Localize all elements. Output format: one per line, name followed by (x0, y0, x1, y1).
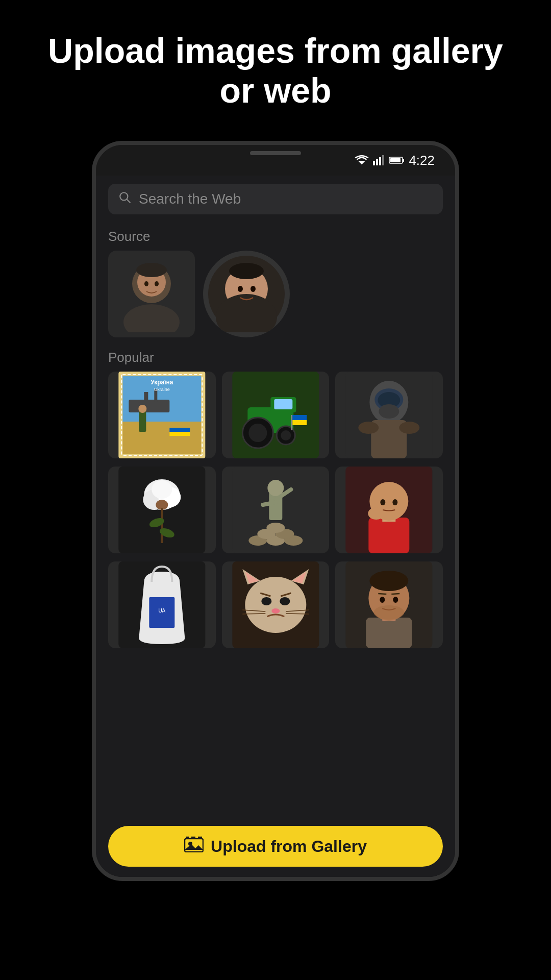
svg-rect-6 (403, 159, 404, 162)
svg-point-53 (359, 422, 379, 434)
svg-marker-0 (358, 161, 365, 165)
svg-text:UA: UA (158, 608, 165, 614)
svg-point-15 (136, 263, 167, 277)
source-item-2[interactable] (203, 251, 290, 337)
popular-item-bag[interactable]: UA (108, 561, 216, 648)
upload-button-label: Upload from Gallery (211, 837, 367, 856)
upload-from-gallery-button[interactable]: Upload from Gallery (108, 826, 443, 867)
svg-rect-3 (379, 157, 381, 165)
svg-line-97 (242, 614, 265, 614)
svg-line-99 (286, 614, 309, 614)
svg-line-74 (263, 502, 276, 505)
cat-image (222, 561, 330, 648)
svg-rect-29 (139, 411, 146, 432)
popular-grid-row3: UA (108, 561, 443, 648)
svg-point-13 (144, 281, 148, 286)
svg-point-21 (229, 263, 264, 279)
source-image-1 (113, 256, 190, 332)
app-content: Search the Web Source (96, 176, 455, 877)
svg-rect-43 (291, 415, 292, 430)
popular-grid-row2 (108, 467, 443, 553)
popular-item-man[interactable] (335, 561, 443, 648)
svg-rect-4 (382, 155, 384, 165)
popular-item-cotton[interactable] (108, 467, 216, 553)
svg-rect-44 (292, 415, 307, 420)
page-headline: Upload images from gallery or web (0, 31, 551, 110)
svg-rect-110 (185, 839, 203, 852)
svg-marker-115 (198, 837, 202, 839)
svg-rect-76 (369, 518, 410, 553)
stamp-image: Україна Ukraine (108, 372, 216, 458)
svg-rect-33 (169, 428, 190, 432)
popular-grid-row1: Україна Ukraine (108, 372, 443, 458)
status-icons: 4:22 (355, 153, 435, 168)
svg-marker-113 (186, 837, 189, 839)
svg-point-19 (238, 286, 243, 292)
svg-rect-45 (292, 420, 307, 425)
phone-frame: 4:22 Search the Web (92, 141, 459, 881)
search-bar-container: Search the Web (96, 176, 455, 220)
svg-rect-7 (390, 158, 400, 162)
svg-point-106 (393, 597, 398, 603)
svg-point-42 (281, 430, 291, 440)
search-bar[interactable]: Search the Web (108, 184, 443, 214)
svg-rect-28 (122, 422, 201, 454)
source-grid (108, 251, 443, 337)
signal-icon (373, 155, 385, 166)
svg-point-86 (245, 577, 306, 633)
battery-icon (389, 156, 405, 165)
source-section-label: Source (108, 229, 443, 244)
svg-rect-26 (144, 392, 148, 402)
popular-item-pilot[interactable] (335, 372, 443, 458)
svg-text:Ukraine: Ukraine (154, 387, 170, 392)
svg-rect-2 (376, 159, 378, 165)
wifi-icon (355, 155, 369, 166)
scroll-content: Source (96, 220, 455, 877)
man-image (335, 561, 443, 648)
svg-point-11 (123, 304, 180, 332)
svg-point-54 (399, 422, 420, 434)
svg-point-59 (152, 480, 172, 499)
svg-rect-101 (366, 618, 412, 648)
svg-point-109 (374, 605, 405, 620)
popular-section-label: Popular (108, 350, 443, 365)
svg-rect-34 (169, 432, 190, 436)
status-time: 4:22 (409, 153, 435, 168)
svg-point-105 (380, 597, 385, 603)
upload-button-container: Upload from Gallery (96, 818, 455, 877)
popular-item-cat[interactable] (222, 561, 330, 648)
svg-text:Україна: Україна (151, 379, 173, 386)
bald-man-image (335, 467, 443, 553)
cotton-image (108, 467, 216, 553)
svg-point-79 (381, 499, 386, 505)
popular-item-statue[interactable] (222, 467, 330, 553)
gallery-icon (184, 836, 204, 856)
svg-line-9 (127, 200, 130, 203)
source-item-1[interactable] (108, 251, 195, 337)
svg-marker-114 (191, 837, 195, 839)
statue-image (222, 467, 330, 553)
svg-marker-112 (185, 844, 203, 850)
search-icon (118, 191, 132, 208)
status-bar: 4:22 (96, 145, 455, 176)
svg-rect-38 (274, 399, 292, 409)
svg-point-92 (280, 597, 290, 605)
search-placeholder-text: Search the Web (139, 191, 241, 207)
tractor-image (222, 372, 330, 458)
svg-rect-1 (373, 161, 375, 165)
svg-rect-25 (129, 400, 169, 412)
source-image-2 (208, 256, 285, 332)
svg-point-30 (138, 405, 146, 413)
popular-item-bald-man[interactable] (335, 467, 443, 553)
svg-point-104 (370, 571, 409, 591)
popular-item-tractor[interactable] (222, 372, 330, 458)
svg-point-70 (266, 523, 285, 533)
svg-point-14 (155, 281, 159, 286)
svg-point-80 (393, 499, 398, 505)
popular-item-stamp[interactable]: Україна Ukraine (108, 372, 216, 458)
outer-container: Upload images from gallery or web (0, 0, 551, 980)
svg-point-95 (271, 608, 280, 614)
svg-point-81 (368, 507, 385, 520)
svg-point-50 (379, 404, 399, 419)
phone-notch (250, 151, 301, 155)
